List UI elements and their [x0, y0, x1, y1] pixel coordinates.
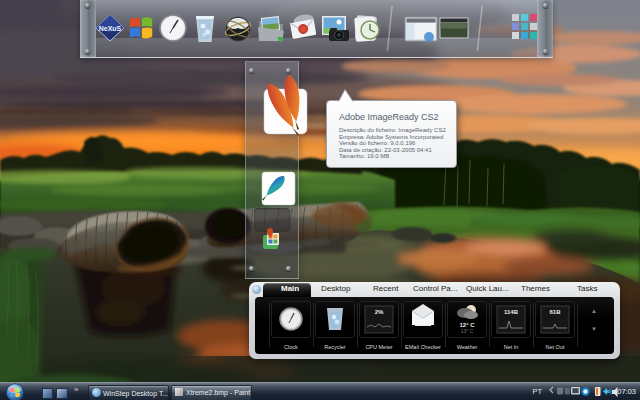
svg-text:▼: ▼: [591, 326, 597, 332]
svg-text:61B: 61B: [549, 309, 561, 315]
svg-text:2%: 2%: [375, 309, 384, 315]
svg-text:Weather: Weather: [457, 344, 478, 350]
svg-text:114B: 114B: [504, 309, 519, 315]
svg-text:▲: ▲: [591, 308, 597, 314]
svg-text:Net Out: Net Out: [546, 344, 565, 350]
svg-text:13° C: 13° C: [461, 328, 474, 334]
svg-text:Net In: Net In: [504, 344, 519, 350]
svg-text:CPU Meter: CPU Meter: [365, 344, 392, 350]
svg-text:NeXuS: NeXuS: [99, 25, 122, 32]
svg-text:Clock: Clock: [284, 344, 298, 350]
svg-text:Recycler: Recycler: [324, 344, 346, 350]
svg-text:EMail Checker: EMail Checker: [405, 344, 441, 350]
